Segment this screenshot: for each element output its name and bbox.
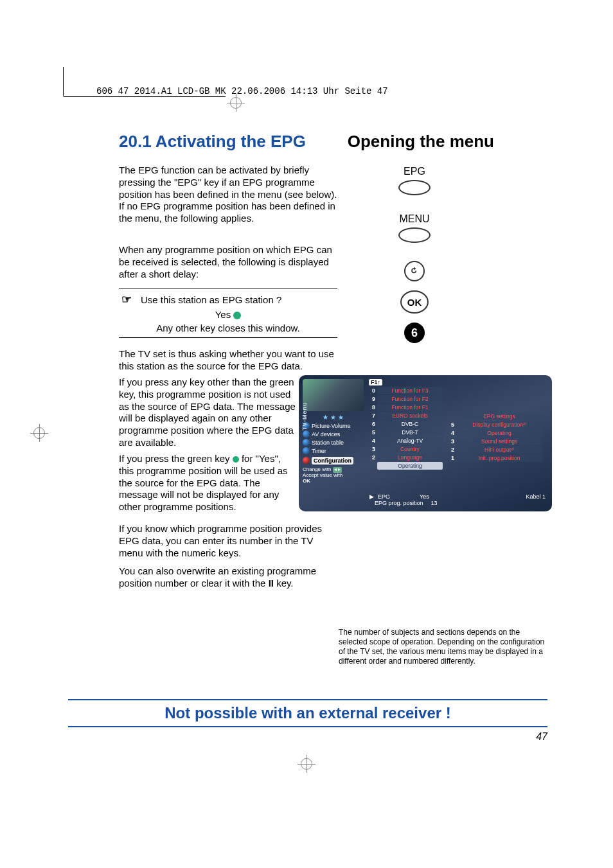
tv-row-label: EURO sockets (377, 412, 443, 420)
f1-badge: F1↑ (369, 379, 382, 385)
page-topic: Opening the menu (348, 132, 494, 152)
tv-config-label: Configuration (312, 457, 353, 465)
arrow-right-icon: ▶ (369, 493, 374, 500)
number-key-icon: 6 (404, 323, 425, 343)
body-paragraph: When any programme position on which EPG… (119, 244, 337, 280)
menu-dot-icon (303, 439, 310, 446)
warning-text: Not possible with an external receiver ! (68, 704, 547, 722)
tv-row-label: Sound settings (456, 438, 542, 445)
green-dot-icon (233, 312, 241, 319)
text-run: II (269, 578, 274, 589)
tv-menu-row: 0Function for F3 (369, 387, 443, 394)
tv-row-num: 9 (369, 396, 375, 402)
tv-menu-row: 5DVB-T (369, 429, 443, 436)
tv-row-num: 4 (369, 438, 375, 444)
tv-row-label: HiFi output²⁾ (456, 446, 542, 454)
tv-row-num: 0 (369, 387, 375, 394)
tv-row-label: DVB-T (377, 429, 443, 436)
tv-row-label: Operating (377, 462, 443, 470)
tv-row-num: 2 (448, 447, 454, 453)
header-note: 606 47 2014.A1 LCD-GB MK 22.06.2006 14:1… (96, 86, 388, 96)
tv-menu-row: 3Sound settings (448, 438, 542, 445)
f1-label: F1 (371, 379, 378, 385)
tv-row-label: Operating (456, 429, 542, 437)
text-run: If you press the green key (119, 453, 233, 464)
callout-line: Use this station as EPG station ? (141, 294, 281, 305)
tv-menu-row: 4Operating (448, 429, 542, 437)
body-paragraph: If you know which programme position pro… (119, 523, 337, 559)
tv-menu-row: 2Language (369, 454, 443, 461)
tv-menu-row: 5Display configuration²⁾ (448, 421, 542, 429)
number-label: 6 (411, 326, 418, 340)
tv-side-label: AV devices (312, 431, 340, 438)
ok-label: OK (407, 297, 422, 308)
text-run: Accept value with (303, 472, 342, 478)
menu-key-label: MENU (399, 213, 429, 225)
tv-menu-row: 6DVB-C (369, 420, 443, 428)
menu-dot-icon (303, 457, 310, 464)
tv-menu-row: Operating (369, 462, 443, 470)
callout-line: Any other key closes this window. (121, 323, 335, 333)
pointing-hand-icon: ☞ (121, 292, 132, 306)
tv-status-bar: ▶EPGYes EPG prog. position13 Kabel 1 (369, 493, 546, 506)
tv-menu-row: 2HiFi output²⁾ (448, 446, 542, 454)
tv-row-num: 3 (369, 446, 375, 452)
tv-row-label: DVB-C (377, 420, 443, 428)
page-number: 47 (536, 731, 547, 743)
registration-mark (227, 94, 245, 112)
tv-menu-row: 7EURO sockets (369, 412, 443, 420)
menu-dot-icon (303, 430, 310, 438)
tv-row-num: 8 (369, 404, 375, 411)
tv-row-num: 6 (369, 421, 375, 427)
status-label: EPG prog. position (375, 500, 423, 506)
tv-row-label: Language (377, 454, 443, 461)
status-value: 13 (431, 500, 438, 506)
tv-side-item: Configuration (303, 456, 364, 465)
tv-thumbnail (303, 379, 364, 411)
status-label: EPG (378, 493, 390, 500)
tv-row-label: Function for F1 (377, 403, 443, 411)
epg-key-icon (398, 180, 431, 195)
body-paragraph: You can also overwrite an existing progr… (119, 565, 337, 590)
tv-row-num: 2 (369, 454, 375, 461)
warning-banner: Not possible with an external receiver ! (68, 699, 547, 727)
tv-row-label: Function for F3 (377, 387, 443, 394)
tv-menu-screenshot: TV-Menu ★ ★ ★ Picture·Volume AV devices … (299, 375, 552, 511)
tv-side-item: Timer (303, 447, 364, 454)
text-run: key. (274, 578, 294, 589)
tv-menu-row: 1Init. prog.position (448, 454, 542, 462)
tv-row-num: 3 (448, 438, 454, 445)
ok-key-icon: OK (400, 290, 429, 314)
registration-mark (30, 424, 48, 442)
epg-key-label: EPG (404, 166, 425, 177)
section-title: 20.1 Activating the EPG (119, 132, 306, 152)
tv-row-label: Init. prog.position (456, 454, 542, 462)
tv-row-label: Display configuration²⁾ (456, 421, 542, 429)
back-key-icon (404, 261, 425, 281)
body-paragraph: If you press the green key for "Yes", th… (119, 453, 296, 513)
text-run: OK (303, 478, 310, 484)
tv-side-item: Station table (303, 439, 364, 446)
tv-menu-row: 9Function for F2 (369, 395, 443, 403)
tv-row-num: 7 (369, 412, 375, 419)
registration-mark (298, 755, 315, 773)
tv-row-num: 1 (448, 455, 454, 461)
tv-row-label: Country (377, 445, 443, 453)
tv-side-label: Picture·Volume (312, 423, 351, 429)
tv-menu-row: 3Country (369, 445, 443, 453)
callout-line: Yes (215, 309, 231, 320)
callout-box: ☞ Use this station as EPG station ? Yes … (119, 288, 337, 338)
tv-side-label: Station table (312, 439, 344, 446)
tv-row-num: 5 (369, 429, 375, 436)
tv-menu-title: TV-Menu (301, 402, 308, 431)
tv-row-num: 5 (448, 421, 454, 428)
tv-side-label: Timer (312, 448, 326, 454)
tv-stars: ★ ★ ★ (303, 414, 364, 421)
tv-side-item: Picture·Volume (303, 422, 364, 429)
tv-hint: Change with ◂ ▸ Accept value with OK (303, 467, 364, 484)
crop-line (63, 67, 64, 96)
tv-menu-row: 8Function for F1 (369, 403, 443, 411)
status-channel: Kabel 1 (526, 493, 546, 506)
crop-line (64, 96, 226, 97)
tv-row-label: Analog-TV (377, 437, 443, 445)
